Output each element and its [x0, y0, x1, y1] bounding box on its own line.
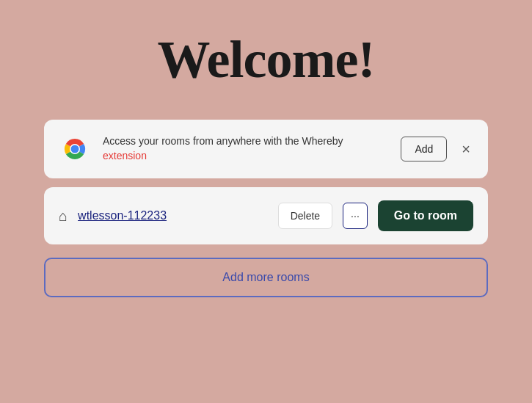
svg-point-1 [71, 145, 79, 153]
more-options-button[interactable]: ··· [343, 203, 368, 229]
room-card: ⌂ wtlesson-112233 Delete ··· Go to room [44, 187, 488, 244]
go-to-room-button[interactable]: Go to room [378, 200, 473, 231]
extension-highlight: extension [103, 150, 147, 161]
extension-text: Access your rooms from anywhere with the… [103, 134, 389, 163]
add-more-rooms-button[interactable]: Add more rooms [44, 258, 488, 297]
delete-room-button[interactable]: Delete [278, 203, 332, 229]
room-link[interactable]: wtlesson-112233 [78, 209, 268, 222]
close-extension-button[interactable]: × [459, 139, 473, 159]
page-title: Welcome! [158, 29, 375, 90]
home-icon: ⌂ [59, 208, 68, 225]
chrome-icon [59, 133, 91, 165]
add-extension-button[interactable]: Add [401, 137, 447, 161]
extension-card: Access your rooms from anywhere with the… [44, 120, 488, 178]
